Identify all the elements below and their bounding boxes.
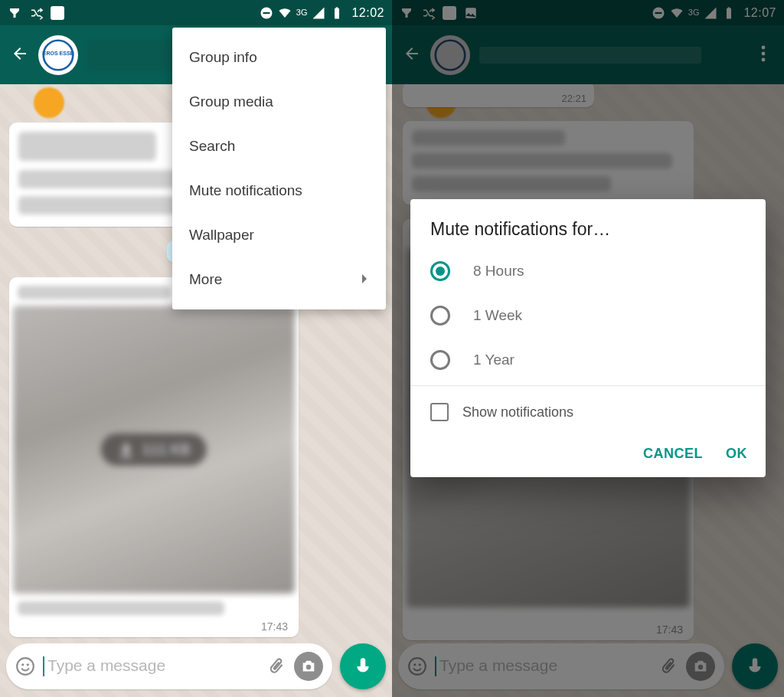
compose-box[interactable]: Type a message [6,643,332,689]
message-bubble-blurred [403,121,694,205]
mute-option-1-week[interactable]: 1 Week [410,293,766,338]
app-bar [392,25,784,84]
wifi-icon [278,6,292,20]
menu-group-info[interactable]: Group info [172,35,386,80]
message-timestamp: 22:21 [561,93,586,104]
svg-point-17 [419,663,421,666]
overflow-menu: Group info Group media Search Mute notif… [172,28,386,309]
group-avatar[interactable] [430,35,470,75]
attach-icon[interactable] [266,656,286,676]
checkbox-icon [430,403,449,421]
svg-text:HEROS ESSEN: HEROS ESSEN [42,51,74,56]
svg-point-12 [762,45,766,49]
message-composer: Type a message [398,643,778,689]
compose-input[interactable]: Type a message [43,656,259,676]
status-time: 12:02 [351,6,384,20]
menu-group-media[interactable]: Group media [172,80,386,124]
svg-point-13 [762,51,766,55]
battery-icon [722,6,736,20]
voice-record-button[interactable] [340,643,386,689]
status-time: 12:07 [743,6,776,20]
svg-point-16 [413,663,416,666]
dnd-circle-icon [260,6,273,20]
screen-right-mute-dialog: 3G 12:07 22:21 17:43 [392,0,784,697]
svg-point-14 [762,57,766,61]
back-button[interactable] [11,44,29,66]
back-button[interactable] [403,44,421,66]
dialog-title: Mute notifications for… [410,219,766,249]
app-icon [443,6,456,20]
avatar-emoji-blurred [34,87,64,118]
network-label: 3G [296,9,308,16]
status-bar: 3G 12:02 [0,0,392,25]
screen-left-overflow-menu: 3G 12:02 HEROS ESSEN JANUA 111 KB [0,0,392,697]
overflow-button[interactable] [753,37,773,74]
small-bubble-blurred: 22:21 [403,81,594,107]
message-timestamp: 17:43 [261,620,288,633]
svg-point-6 [27,663,29,666]
download-button[interactable]: 111 KB [101,434,207,466]
do-not-disturb-icon [400,6,413,20]
wifi-icon [670,6,684,20]
dnd-circle-icon [652,6,665,20]
svg-point-7 [306,665,311,669]
status-bar: 3G 12:07 [392,0,784,25]
camera-button[interactable] [294,652,323,681]
image-message-bubble[interactable]: 111 KB 17:43 [9,277,299,637]
radio-icon [430,350,450,370]
group-title-redacted[interactable] [479,47,701,64]
mute-option-1-year[interactable]: 1 Year [410,338,766,382]
network-label: 3G [688,9,700,16]
download-icon [118,441,135,458]
app-icon [51,6,64,20]
svg-point-18 [698,665,703,669]
svg-rect-10 [655,11,662,13]
attach-icon[interactable] [658,656,678,676]
svg-point-5 [21,663,24,666]
menu-wallpaper[interactable]: Wallpaper [172,213,386,257]
radio-icon [430,306,450,326]
svg-rect-1 [263,11,270,13]
group-avatar[interactable]: HEROS ESSEN [38,35,78,75]
svg-point-11 [436,40,466,70]
camera-button[interactable] [686,652,715,681]
svg-point-15 [409,658,426,675]
svg-point-4 [17,658,34,675]
image-icon [464,6,478,20]
voice-record-button[interactable] [732,643,778,689]
signal-icon [704,6,717,20]
compose-box[interactable]: Type a message [398,643,724,689]
radio-selected-icon [430,261,450,281]
menu-search[interactable]: Search [172,124,386,169]
menu-mute-notifications[interactable]: Mute notifications [172,169,386,213]
shuffle-icon [421,6,435,20]
dialog-ok-button[interactable]: OK [726,446,747,462]
download-size: 111 KB [142,441,190,458]
shuffle-icon [29,6,43,20]
do-not-disturb-icon [8,6,21,20]
dialog-cancel-button[interactable]: CANCEL [643,446,703,462]
mute-option-8-hours[interactable]: 8 Hours [410,249,766,293]
emoji-icon[interactable] [15,656,35,676]
emoji-icon[interactable] [407,656,427,676]
message-composer: Type a message [6,643,386,689]
show-notifications-checkbox[interactable]: Show notifications [410,386,766,438]
signal-icon [312,6,325,20]
message-timestamp: 17:43 [656,623,683,636]
menu-more[interactable]: More [172,257,386,302]
mute-dialog: Mute notifications for… 8 Hours 1 Week 1… [410,199,766,477]
chevron-right-icon [361,271,369,288]
compose-input[interactable]: Type a message [435,656,651,676]
battery-icon [330,6,344,20]
